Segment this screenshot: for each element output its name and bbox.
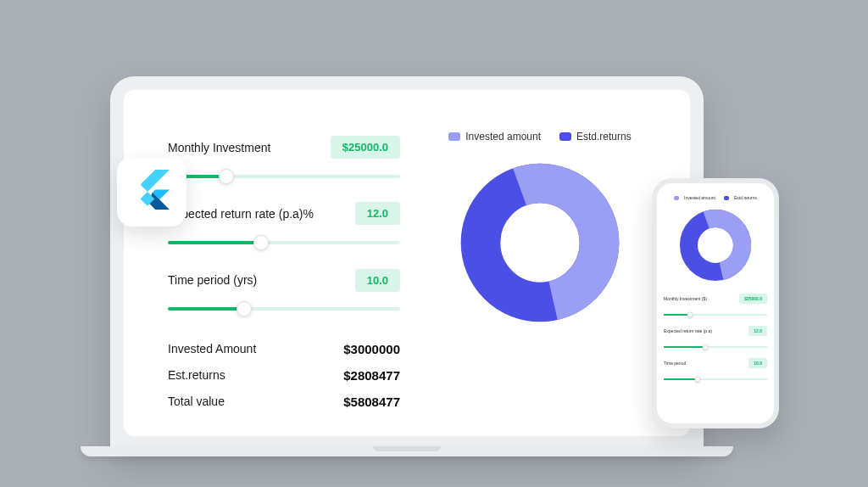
legend-invested: Invested amount (674, 195, 715, 200)
result-invested: Invested Amount $3000000 (168, 342, 400, 356)
phone-return-rate-slider[interactable] (664, 344, 767, 350)
slider-label: Time period (664, 361, 686, 366)
phone-slider-row-rate: Expected return rate (p.a) 12.0 (664, 326, 767, 336)
result-label: Est.returns (168, 368, 225, 383)
phone-slider-row-monthly: Monthly Investment ($) $25000.0 (664, 294, 767, 304)
phone-chart-legend: Invested amount Estd.returns (674, 195, 757, 200)
legend-swatch-icon (448, 132, 460, 141)
return-rate-slider[interactable] (168, 233, 400, 251)
slider-row-rate: Expected return rate (p.a)% 12.0 (168, 202, 400, 225)
result-value: $5808477 (343, 395, 400, 409)
laptop-screen: Monthly Investment $25000.0 Expected ret… (124, 90, 690, 436)
calculator-panel: Monthly Investment $25000.0 Expected ret… (168, 131, 400, 409)
legend-label: Estd.returns (576, 131, 632, 143)
legend-swatch-icon (724, 196, 729, 200)
flutter-logo-badge (117, 157, 186, 227)
result-total: Total value $5808477 (168, 395, 400, 409)
slider-row-period: Time period (yrs) 10.0 (168, 269, 400, 292)
phone-mockup: Invested amount Estd.returns Monthly Inv… (652, 178, 779, 428)
phone-monthly-investment-slider[interactable] (664, 311, 767, 318)
result-label: Total value (168, 395, 225, 409)
legend-label: Estd.returns (734, 195, 757, 200)
time-period-slider[interactable] (168, 300, 400, 318)
slider-value-pill: 10.0 (355, 269, 400, 292)
legend-swatch-icon (674, 196, 679, 200)
laptop-base (81, 446, 733, 456)
phone-screen: Invested amount Estd.returns Monthly Inv… (657, 183, 774, 423)
slider-thumb[interactable] (253, 235, 269, 250)
legend-label: Invested amount (465, 131, 541, 143)
slider-thumb[interactable] (219, 169, 234, 184)
slider-label: Monthly Investment ($) (664, 296, 707, 301)
laptop-notch (373, 446, 441, 451)
phone-time-period-slider[interactable] (664, 376, 767, 383)
phone-slider-row-period: Time period 10.0 (664, 358, 767, 368)
result-est-returns: Est.returns $2808477 (168, 368, 400, 383)
slider-label: Expected return rate (p.a) (664, 328, 712, 333)
slider-thumb[interactable] (236, 301, 252, 316)
slider-value-pill: $25000.0 (739, 294, 767, 304)
chart-legend: Invested amount Estd.returns (448, 131, 631, 143)
phone-calculator-panel: Monthly Investment ($) $25000.0 Expected… (664, 294, 767, 383)
legend-invested: Invested amount (448, 131, 541, 143)
legend-label: Invested amount (684, 195, 715, 200)
slider-row-monthly: Monthly Investment $25000.0 (168, 136, 400, 159)
result-value: $2808477 (343, 368, 400, 383)
slider-thumb[interactable] (687, 312, 693, 318)
result-value: $3000000 (343, 342, 400, 356)
phone-donut-chart (677, 207, 754, 283)
chart-column: Invested amount Estd.returns (434, 131, 646, 409)
monthly-investment-slider[interactable] (168, 167, 400, 185)
flutter-icon (134, 170, 170, 214)
donut-chart (455, 158, 625, 327)
slider-thumb[interactable] (695, 377, 701, 383)
legend-swatch-icon (559, 132, 571, 141)
results-block: Invested Amount $3000000 Est.returns $28… (168, 342, 400, 409)
slider-label: Expected return rate (p.a)% (168, 207, 314, 221)
result-label: Invested Amount (168, 342, 256, 356)
slider-value-pill: 12.0 (355, 202, 400, 225)
slider-value-pill: 12.0 (748, 326, 767, 336)
legend-returns: Estd.returns (724, 195, 757, 200)
slider-label: Monthly Investment (168, 141, 270, 154)
laptop-mockup: Monthly Investment $25000.0 Expected ret… (110, 76, 704, 450)
slider-value-pill: 10.0 (748, 358, 767, 368)
slider-label: Time period (yrs) (168, 273, 257, 287)
legend-returns: Estd.returns (559, 131, 632, 143)
slider-thumb[interactable] (702, 344, 708, 350)
slider-value-pill: $25000.0 (331, 136, 400, 159)
